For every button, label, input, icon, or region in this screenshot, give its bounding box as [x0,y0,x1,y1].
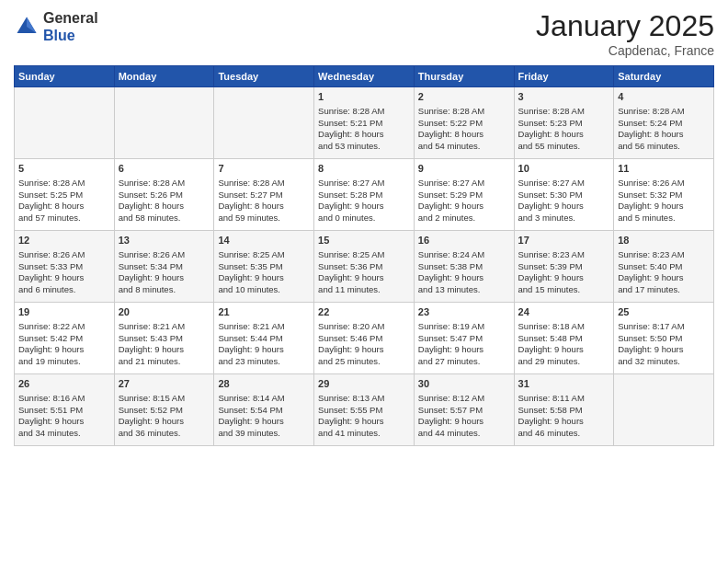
day-info: Sunrise: 8:28 AM Sunset: 5:23 PM Dayligh… [518,106,610,153]
day-number: 14 [218,234,310,247]
day-number: 24 [518,305,610,319]
day-info: Sunrise: 8:26 AM Sunset: 5:32 PM Dayligh… [618,178,710,224]
day-number: 27 [119,377,210,391]
day-info: Sunrise: 8:28 AM Sunset: 5:21 PM Dayligh… [318,106,410,153]
logo: General Blue [14,9,98,44]
calendar-cell: 31Sunrise: 8:11 AM Sunset: 5:58 PM Dayli… [514,374,614,446]
calendar-week-row: 26Sunrise: 8:16 AM Sunset: 5:51 PM Dayli… [15,374,714,446]
weekday-header-thursday: Thursday [414,66,514,87]
logo-text: General Blue [43,9,98,44]
calendar-cell [614,374,714,446]
logo-general: General [43,10,98,26]
day-info: Sunrise: 8:28 AM Sunset: 5:25 PM Dayligh… [18,178,110,224]
day-info: Sunrise: 8:18 AM Sunset: 5:48 PM Dayligh… [518,321,610,368]
day-number: 26 [18,377,110,391]
calendar-cell: 8Sunrise: 8:27 AM Sunset: 5:28 PM Daylig… [314,159,415,231]
day-info: Sunrise: 8:20 AM Sunset: 5:46 PM Dayligh… [318,321,410,368]
month-title: January 2025 [536,9,714,43]
weekday-header-tuesday: Tuesday [214,66,314,87]
day-info: Sunrise: 8:27 AM Sunset: 5:30 PM Dayligh… [518,178,610,224]
day-number: 6 [119,162,210,176]
calendar-cell: 19Sunrise: 8:22 AM Sunset: 5:42 PM Dayli… [15,303,115,374]
day-info: Sunrise: 8:11 AM Sunset: 5:58 PM Dayligh… [518,393,610,440]
calendar-week-row: 1Sunrise: 8:28 AM Sunset: 5:21 PM Daylig… [15,87,714,159]
day-number: 18 [618,234,710,247]
day-info: Sunrise: 8:28 AM Sunset: 5:26 PM Dayligh… [119,178,210,224]
calendar-cell: 20Sunrise: 8:21 AM Sunset: 5:43 PM Dayli… [114,303,214,374]
day-number: 20 [119,305,210,319]
day-number: 11 [618,162,710,176]
calendar-cell: 5Sunrise: 8:28 AM Sunset: 5:25 PM Daylig… [15,159,115,231]
day-info: Sunrise: 8:19 AM Sunset: 5:47 PM Dayligh… [418,321,510,368]
day-number: 25 [618,305,710,319]
day-info: Sunrise: 8:28 AM Sunset: 5:27 PM Dayligh… [218,178,310,224]
day-number: 31 [518,377,610,391]
calendar-cell: 26Sunrise: 8:16 AM Sunset: 5:51 PM Dayli… [15,374,115,446]
day-info: Sunrise: 8:13 AM Sunset: 5:55 PM Dayligh… [318,393,410,440]
day-number: 8 [318,162,410,176]
day-number: 15 [318,234,410,247]
day-info: Sunrise: 8:22 AM Sunset: 5:42 PM Dayligh… [18,321,110,368]
day-number: 7 [218,162,310,176]
calendar-cell [15,87,115,159]
calendar-cell: 22Sunrise: 8:20 AM Sunset: 5:46 PM Dayli… [314,303,415,374]
day-info: Sunrise: 8:23 AM Sunset: 5:40 PM Dayligh… [618,249,710,296]
day-info: Sunrise: 8:15 AM Sunset: 5:52 PM Dayligh… [119,393,210,440]
calendar-cell: 15Sunrise: 8:25 AM Sunset: 5:36 PM Dayli… [314,231,415,303]
day-info: Sunrise: 8:23 AM Sunset: 5:39 PM Dayligh… [518,249,610,296]
day-number: 19 [18,305,110,319]
calendar-cell: 24Sunrise: 8:18 AM Sunset: 5:48 PM Dayli… [514,303,614,374]
calendar: SundayMondayTuesdayWednesdayThursdayFrid… [14,65,714,446]
calendar-cell: 11Sunrise: 8:26 AM Sunset: 5:32 PM Dayli… [614,159,714,231]
calendar-cell: 13Sunrise: 8:26 AM Sunset: 5:34 PM Dayli… [114,231,214,303]
day-number: 3 [518,90,610,104]
calendar-cell: 2Sunrise: 8:28 AM Sunset: 5:22 PM Daylig… [414,87,514,159]
day-info: Sunrise: 8:27 AM Sunset: 5:29 PM Dayligh… [418,178,510,224]
day-number: 16 [418,234,510,247]
day-number: 10 [518,162,610,176]
day-number: 2 [418,90,510,104]
day-number: 5 [18,162,110,176]
calendar-body: 1Sunrise: 8:28 AM Sunset: 5:21 PM Daylig… [15,87,714,446]
day-info: Sunrise: 8:25 AM Sunset: 5:35 PM Dayligh… [218,249,310,296]
day-number: 21 [218,305,310,319]
day-info: Sunrise: 8:21 AM Sunset: 5:43 PM Dayligh… [119,321,210,368]
calendar-cell: 29Sunrise: 8:13 AM Sunset: 5:55 PM Dayli… [314,374,415,446]
day-number: 22 [318,305,410,319]
day-info: Sunrise: 8:25 AM Sunset: 5:36 PM Dayligh… [318,249,410,296]
day-info: Sunrise: 8:21 AM Sunset: 5:44 PM Dayligh… [218,321,310,368]
calendar-cell: 17Sunrise: 8:23 AM Sunset: 5:39 PM Dayli… [514,231,614,303]
day-number: 30 [418,377,510,391]
day-info: Sunrise: 8:27 AM Sunset: 5:28 PM Dayligh… [318,178,410,224]
weekday-header-friday: Friday [514,66,614,87]
calendar-cell: 4Sunrise: 8:28 AM Sunset: 5:24 PM Daylig… [614,87,714,159]
calendar-header: SundayMondayTuesdayWednesdayThursdayFrid… [15,66,714,87]
day-number: 17 [518,234,610,247]
location: Capdenac, France [536,43,714,58]
calendar-week-row: 12Sunrise: 8:26 AM Sunset: 5:33 PM Dayli… [15,231,714,303]
calendar-cell: 3Sunrise: 8:28 AM Sunset: 5:23 PM Daylig… [514,87,614,159]
calendar-cell [214,87,314,159]
calendar-cell: 16Sunrise: 8:24 AM Sunset: 5:38 PM Dayli… [414,231,514,303]
logo-blue: Blue [43,28,75,43]
day-number: 9 [418,162,510,176]
day-number: 23 [418,305,510,319]
day-info: Sunrise: 8:26 AM Sunset: 5:34 PM Dayligh… [119,249,210,296]
calendar-cell: 12Sunrise: 8:26 AM Sunset: 5:33 PM Dayli… [15,231,115,303]
calendar-week-row: 5Sunrise: 8:28 AM Sunset: 5:25 PM Daylig… [15,159,714,231]
calendar-cell: 18Sunrise: 8:23 AM Sunset: 5:40 PM Dayli… [614,231,714,303]
calendar-cell: 25Sunrise: 8:17 AM Sunset: 5:50 PM Dayli… [614,303,714,374]
weekday-header-row: SundayMondayTuesdayWednesdayThursdayFrid… [15,66,714,87]
day-number: 12 [18,234,110,247]
page-container: General Blue January 2025 Capdenac, Fran… [0,0,728,451]
day-info: Sunrise: 8:17 AM Sunset: 5:50 PM Dayligh… [618,321,710,368]
calendar-cell [114,87,214,159]
day-info: Sunrise: 8:12 AM Sunset: 5:57 PM Dayligh… [418,393,510,440]
header: General Blue January 2025 Capdenac, Fran… [14,9,714,58]
day-info: Sunrise: 8:16 AM Sunset: 5:51 PM Dayligh… [18,393,110,440]
weekday-header-sunday: Sunday [15,66,115,87]
calendar-cell: 28Sunrise: 8:14 AM Sunset: 5:54 PM Dayli… [214,374,314,446]
calendar-cell: 10Sunrise: 8:27 AM Sunset: 5:30 PM Dayli… [514,159,614,231]
weekday-header-saturday: Saturday [614,66,714,87]
weekday-header-wednesday: Wednesday [314,66,415,87]
